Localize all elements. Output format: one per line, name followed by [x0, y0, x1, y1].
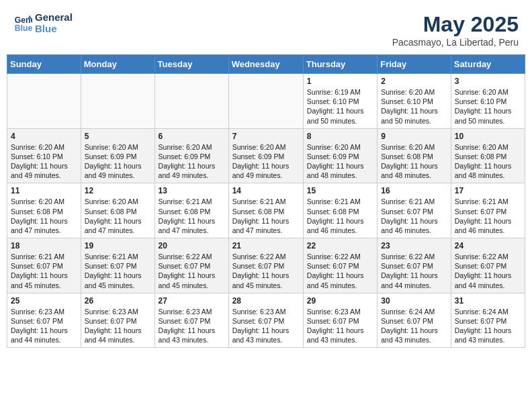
day-number: 26 [85, 296, 151, 306]
day-info: Sunrise: 6:20 AM Sunset: 6:08 PM Dayligh… [11, 197, 77, 235]
day-number: 27 [159, 296, 225, 306]
logo: General Blue General Blue [13, 12, 73, 34]
day-number: 16 [381, 186, 447, 195]
day-info: Sunrise: 6:21 AM Sunset: 6:07 PM Dayligh… [11, 252, 77, 290]
day-info: Sunrise: 6:23 AM Sunset: 6:07 PM Dayligh… [85, 307, 151, 345]
day-info: Sunrise: 6:21 AM Sunset: 6:07 PM Dayligh… [381, 197, 447, 235]
day-info: Sunrise: 6:22 AM Sunset: 6:07 PM Dayligh… [307, 252, 373, 290]
calendar-cell: 2Sunrise: 6:20 AM Sunset: 6:10 PM Daylig… [378, 74, 451, 129]
day-number: 7 [232, 132, 300, 141]
calendar-cell: 14Sunrise: 6:21 AM Sunset: 6:08 PM Dayli… [228, 183, 303, 238]
weekday-header-tuesday: Tuesday [154, 55, 228, 74]
day-info: Sunrise: 6:23 AM Sunset: 6:07 PM Dayligh… [307, 307, 373, 345]
day-info: Sunrise: 6:23 AM Sunset: 6:07 PM Dayligh… [232, 307, 300, 345]
calendar-cell: 3Sunrise: 6:20 AM Sunset: 6:10 PM Daylig… [451, 74, 525, 129]
day-info: Sunrise: 6:20 AM Sunset: 6:09 PM Dayligh… [232, 142, 300, 181]
calendar-table: SundayMondayTuesdayWednesdayThursdayFrid… [7, 54, 525, 348]
calendar-cell: 1Sunrise: 6:19 AM Sunset: 6:10 PM Daylig… [303, 74, 377, 129]
day-info: Sunrise: 6:21 AM Sunset: 6:07 PM Dayligh… [85, 252, 151, 290]
day-number: 12 [85, 186, 151, 195]
weekday-header-row: SundayMondayTuesdayWednesdayThursdayFrid… [7, 55, 525, 74]
day-number: 20 [159, 241, 225, 250]
calendar-cell: 4Sunrise: 6:20 AM Sunset: 6:10 PM Daylig… [7, 128, 81, 183]
day-info: Sunrise: 6:22 AM Sunset: 6:07 PM Dayligh… [159, 252, 225, 290]
day-number: 3 [455, 77, 521, 86]
title-block: May 2025 Pacasmayo, La Libertad, Peru [392, 12, 519, 48]
day-number: 4 [11, 132, 77, 141]
calendar-cell [154, 74, 228, 129]
day-info: Sunrise: 6:22 AM Sunset: 6:07 PM Dayligh… [381, 252, 447, 290]
calendar-cell: 17Sunrise: 6:21 AM Sunset: 6:07 PM Dayli… [451, 183, 525, 238]
calendar-cell: 13Sunrise: 6:21 AM Sunset: 6:08 PM Dayli… [154, 183, 228, 238]
calendar-cell: 11Sunrise: 6:20 AM Sunset: 6:08 PM Dayli… [7, 183, 81, 238]
calendar-cell: 25Sunrise: 6:23 AM Sunset: 6:07 PM Dayli… [7, 293, 81, 348]
month-title: May 2025 [392, 12, 519, 37]
day-number: 10 [455, 132, 521, 141]
day-info: Sunrise: 6:20 AM Sunset: 6:09 PM Dayligh… [307, 142, 373, 181]
day-number: 2 [381, 77, 447, 86]
day-info: Sunrise: 6:21 AM Sunset: 6:08 PM Dayligh… [307, 197, 373, 235]
logo-icon: General Blue [13, 14, 32, 33]
week-row-2: 4Sunrise: 6:20 AM Sunset: 6:10 PM Daylig… [7, 128, 525, 183]
day-number: 17 [455, 186, 521, 195]
day-info: Sunrise: 6:20 AM Sunset: 6:08 PM Dayligh… [381, 142, 447, 181]
calendar-cell: 28Sunrise: 6:23 AM Sunset: 6:07 PM Dayli… [228, 293, 303, 348]
calendar-cell: 15Sunrise: 6:21 AM Sunset: 6:08 PM Dayli… [303, 183, 377, 238]
day-number: 9 [381, 132, 447, 141]
day-info: Sunrise: 6:24 AM Sunset: 6:07 PM Dayligh… [381, 307, 447, 345]
week-row-1: 1Sunrise: 6:19 AM Sunset: 6:10 PM Daylig… [7, 74, 525, 129]
calendar-cell [81, 74, 154, 129]
calendar-cell [228, 74, 303, 129]
day-info: Sunrise: 6:21 AM Sunset: 6:07 PM Dayligh… [455, 197, 521, 235]
day-info: Sunrise: 6:20 AM Sunset: 6:10 PM Dayligh… [455, 87, 521, 126]
location-label: Pacasmayo, La Libertad, Peru [392, 37, 519, 48]
weekday-header-thursday: Thursday [303, 55, 377, 74]
weekday-header-saturday: Saturday [451, 55, 525, 74]
calendar-cell: 8Sunrise: 6:20 AM Sunset: 6:09 PM Daylig… [303, 128, 377, 183]
day-info: Sunrise: 6:23 AM Sunset: 6:07 PM Dayligh… [159, 307, 225, 345]
day-number: 11 [11, 186, 77, 195]
day-number: 30 [381, 296, 447, 306]
calendar-cell: 22Sunrise: 6:22 AM Sunset: 6:07 PM Dayli… [303, 238, 377, 293]
logo-blue: Blue [35, 24, 73, 35]
day-number: 8 [307, 132, 373, 141]
day-number: 29 [307, 296, 373, 306]
calendar-cell: 18Sunrise: 6:21 AM Sunset: 6:07 PM Dayli… [7, 238, 81, 293]
calendar-cell: 7Sunrise: 6:20 AM Sunset: 6:09 PM Daylig… [228, 128, 303, 183]
day-info: Sunrise: 6:23 AM Sunset: 6:07 PM Dayligh… [11, 307, 77, 345]
day-number: 31 [455, 296, 521, 306]
day-number: 24 [455, 241, 521, 250]
weekday-header-sunday: Sunday [7, 55, 81, 74]
calendar-cell: 26Sunrise: 6:23 AM Sunset: 6:07 PM Dayli… [81, 293, 154, 348]
weekday-header-wednesday: Wednesday [228, 55, 303, 74]
day-number: 13 [159, 186, 225, 195]
day-number: 18 [11, 241, 77, 250]
calendar-cell: 21Sunrise: 6:22 AM Sunset: 6:07 PM Dayli… [228, 238, 303, 293]
weekday-header-monday: Monday [81, 55, 154, 74]
day-info: Sunrise: 6:22 AM Sunset: 6:07 PM Dayligh… [455, 252, 521, 290]
logo-general: General [35, 12, 73, 24]
day-number: 6 [159, 132, 225, 141]
page-header: General Blue General Blue May 2025 Pacas… [7, 7, 525, 52]
week-row-5: 25Sunrise: 6:23 AM Sunset: 6:07 PM Dayli… [7, 293, 525, 348]
day-info: Sunrise: 6:20 AM Sunset: 6:08 PM Dayligh… [85, 197, 151, 235]
day-info: Sunrise: 6:20 AM Sunset: 6:10 PM Dayligh… [381, 87, 447, 126]
day-number: 28 [232, 296, 300, 306]
day-info: Sunrise: 6:24 AM Sunset: 6:07 PM Dayligh… [455, 307, 521, 345]
calendar-cell [7, 74, 81, 129]
calendar-cell: 27Sunrise: 6:23 AM Sunset: 6:07 PM Dayli… [154, 293, 228, 348]
week-row-3: 11Sunrise: 6:20 AM Sunset: 6:08 PM Dayli… [7, 183, 525, 238]
week-row-4: 18Sunrise: 6:21 AM Sunset: 6:07 PM Dayli… [7, 238, 525, 293]
calendar-cell: 9Sunrise: 6:20 AM Sunset: 6:08 PM Daylig… [378, 128, 451, 183]
calendar-cell: 24Sunrise: 6:22 AM Sunset: 6:07 PM Dayli… [451, 238, 525, 293]
day-info: Sunrise: 6:20 AM Sunset: 6:10 PM Dayligh… [11, 142, 77, 181]
day-info: Sunrise: 6:19 AM Sunset: 6:10 PM Dayligh… [307, 87, 373, 126]
calendar-cell: 20Sunrise: 6:22 AM Sunset: 6:07 PM Dayli… [154, 238, 228, 293]
calendar-cell: 16Sunrise: 6:21 AM Sunset: 6:07 PM Dayli… [378, 183, 451, 238]
day-number: 23 [381, 241, 447, 250]
calendar-cell: 6Sunrise: 6:20 AM Sunset: 6:09 PM Daylig… [154, 128, 228, 183]
day-info: Sunrise: 6:20 AM Sunset: 6:09 PM Dayligh… [85, 142, 151, 181]
day-number: 21 [232, 241, 300, 250]
day-number: 25 [11, 296, 77, 306]
day-number: 5 [85, 132, 151, 141]
